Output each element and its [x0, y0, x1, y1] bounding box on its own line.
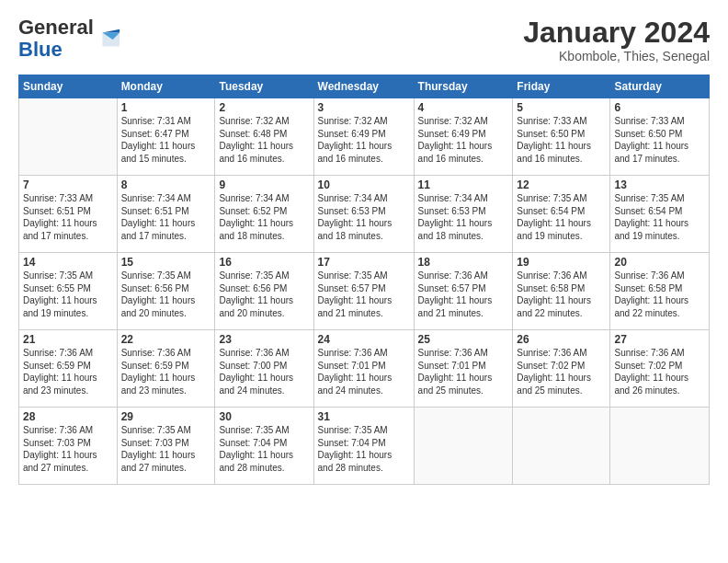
calendar-cell: 23Sunrise: 7:36 AMSunset: 7:00 PMDayligh…	[215, 330, 313, 408]
day-number: 8	[121, 178, 211, 191]
day-number: 25	[418, 333, 509, 346]
day-info: Sunrise: 7:35 AMSunset: 7:03 PMDaylight:…	[121, 424, 211, 474]
calendar-title: January 2024	[523, 17, 710, 49]
header-thursday: Thursday	[414, 75, 513, 98]
day-number: 23	[219, 333, 309, 346]
calendar-cell	[513, 408, 610, 485]
logo: General Blue	[18, 17, 121, 61]
day-number: 14	[23, 256, 113, 269]
calendar-cell: 10Sunrise: 7:34 AMSunset: 6:53 PMDayligh…	[313, 176, 414, 253]
calendar-cell: 12Sunrise: 7:35 AMSunset: 6:54 PMDayligh…	[513, 176, 610, 253]
day-number: 1	[121, 101, 211, 114]
week-row-0: 1Sunrise: 7:31 AMSunset: 6:47 PMDaylight…	[19, 98, 710, 176]
header-tuesday: Tuesday	[215, 75, 313, 98]
calendar-cell: 8Sunrise: 7:34 AMSunset: 6:51 PMDaylight…	[117, 176, 215, 253]
calendar-cell: 30Sunrise: 7:35 AMSunset: 7:04 PMDayligh…	[215, 408, 313, 485]
day-info: Sunrise: 7:32 AMSunset: 6:49 PMDaylight:…	[418, 115, 509, 165]
day-info: Sunrise: 7:36 AMSunset: 6:58 PMDaylight:…	[517, 270, 606, 319]
day-info: Sunrise: 7:35 AMSunset: 6:54 PMDaylight:…	[614, 192, 705, 242]
header-friday: Friday	[513, 75, 610, 98]
day-info: Sunrise: 7:35 AMSunset: 7:04 PMDaylight:…	[318, 424, 410, 474]
day-number: 5	[517, 101, 606, 114]
title-block: January 2024 Kbombole, Thies, Senegal	[523, 17, 710, 63]
day-info: Sunrise: 7:36 AMSunset: 7:02 PMDaylight:…	[614, 347, 705, 396]
day-number: 20	[614, 256, 705, 269]
calendar-cell: 24Sunrise: 7:36 AMSunset: 7:01 PMDayligh…	[313, 330, 414, 408]
day-number: 7	[23, 178, 113, 191]
calendar-cell: 20Sunrise: 7:36 AMSunset: 6:58 PMDayligh…	[610, 253, 710, 330]
calendar-cell: 19Sunrise: 7:36 AMSunset: 6:58 PMDayligh…	[513, 253, 610, 330]
day-number: 24	[318, 333, 410, 346]
calendar-cell: 21Sunrise: 7:36 AMSunset: 6:59 PMDayligh…	[19, 330, 118, 408]
calendar-cell	[414, 408, 513, 485]
day-info: Sunrise: 7:36 AMSunset: 7:02 PMDaylight:…	[517, 347, 606, 396]
calendar-cell: 17Sunrise: 7:35 AMSunset: 6:57 PMDayligh…	[313, 253, 414, 330]
day-info: Sunrise: 7:35 AMSunset: 7:04 PMDaylight:…	[219, 424, 309, 474]
header-monday: Monday	[117, 75, 215, 98]
day-info: Sunrise: 7:35 AMSunset: 6:54 PMDaylight:…	[517, 192, 606, 242]
day-info: Sunrise: 7:35 AMSunset: 6:57 PMDaylight:…	[318, 270, 410, 319]
header-saturday: Saturday	[610, 75, 710, 98]
calendar-cell: 7Sunrise: 7:33 AMSunset: 6:51 PMDaylight…	[19, 176, 118, 253]
day-info: Sunrise: 7:36 AMSunset: 7:01 PMDaylight:…	[418, 347, 509, 396]
week-row-2: 14Sunrise: 7:35 AMSunset: 6:55 PMDayligh…	[19, 253, 710, 330]
calendar-cell: 6Sunrise: 7:33 AMSunset: 6:50 PMDaylight…	[610, 98, 710, 176]
day-info: Sunrise: 7:36 AMSunset: 6:59 PMDaylight:…	[121, 347, 211, 396]
calendar-cell: 13Sunrise: 7:35 AMSunset: 6:54 PMDayligh…	[610, 176, 710, 253]
day-number: 18	[418, 256, 509, 269]
day-info: Sunrise: 7:35 AMSunset: 6:55 PMDaylight:…	[23, 270, 113, 319]
day-info: Sunrise: 7:31 AMSunset: 6:47 PMDaylight:…	[121, 115, 211, 165]
days-header-row: Sunday Monday Tuesday Wednesday Thursday…	[19, 75, 710, 98]
calendar-cell: 18Sunrise: 7:36 AMSunset: 6:57 PMDayligh…	[414, 253, 513, 330]
day-number: 12	[517, 178, 606, 191]
day-info: Sunrise: 7:32 AMSunset: 6:48 PMDaylight:…	[219, 115, 309, 165]
calendar-cell: 14Sunrise: 7:35 AMSunset: 6:55 PMDayligh…	[19, 253, 118, 330]
week-row-4: 28Sunrise: 7:36 AMSunset: 7:03 PMDayligh…	[19, 408, 710, 485]
day-number: 30	[219, 410, 309, 423]
day-info: Sunrise: 7:34 AMSunset: 6:52 PMDaylight:…	[219, 192, 309, 242]
day-info: Sunrise: 7:36 AMSunset: 7:03 PMDaylight:…	[23, 424, 113, 474]
week-row-3: 21Sunrise: 7:36 AMSunset: 6:59 PMDayligh…	[19, 330, 710, 408]
day-info: Sunrise: 7:33 AMSunset: 6:50 PMDaylight:…	[517, 115, 606, 165]
header-wednesday: Wednesday	[313, 75, 414, 98]
day-number: 10	[318, 178, 410, 191]
calendar-cell: 31Sunrise: 7:35 AMSunset: 7:04 PMDayligh…	[313, 408, 414, 485]
calendar-cell	[610, 408, 710, 485]
calendar-cell: 1Sunrise: 7:31 AMSunset: 6:47 PMDaylight…	[117, 98, 215, 176]
logo-blue: Blue	[18, 38, 63, 61]
day-info: Sunrise: 7:34 AMSunset: 6:51 PMDaylight:…	[121, 192, 211, 242]
day-number: 17	[318, 256, 410, 269]
day-number: 19	[517, 256, 606, 269]
day-number: 6	[614, 101, 705, 114]
calendar-cell: 3Sunrise: 7:32 AMSunset: 6:49 PMDaylight…	[313, 98, 414, 176]
day-info: Sunrise: 7:33 AMSunset: 6:51 PMDaylight:…	[23, 192, 113, 242]
calendar-cell: 16Sunrise: 7:35 AMSunset: 6:56 PMDayligh…	[215, 253, 313, 330]
day-number: 13	[614, 178, 705, 191]
day-number: 4	[418, 101, 509, 114]
day-info: Sunrise: 7:35 AMSunset: 6:56 PMDaylight:…	[219, 270, 309, 319]
calendar-cell: 9Sunrise: 7:34 AMSunset: 6:52 PMDaylight…	[215, 176, 313, 253]
calendar-cell: 26Sunrise: 7:36 AMSunset: 7:02 PMDayligh…	[513, 330, 610, 408]
day-info: Sunrise: 7:36 AMSunset: 6:58 PMDaylight:…	[614, 270, 705, 319]
day-number: 21	[23, 333, 113, 346]
day-info: Sunrise: 7:36 AMSunset: 6:57 PMDaylight:…	[418, 270, 509, 319]
day-number: 22	[121, 333, 211, 346]
day-info: Sunrise: 7:33 AMSunset: 6:50 PMDaylight:…	[614, 115, 705, 165]
svg-marker-1	[102, 29, 119, 33]
calendar-cell: 29Sunrise: 7:35 AMSunset: 7:03 PMDayligh…	[117, 408, 215, 485]
calendar-table: Sunday Monday Tuesday Wednesday Thursday…	[18, 75, 710, 485]
logo-icon	[96, 26, 121, 52]
calendar-cell: 2Sunrise: 7:32 AMSunset: 6:48 PMDaylight…	[215, 98, 313, 176]
calendar-cell: 25Sunrise: 7:36 AMSunset: 7:01 PMDayligh…	[414, 330, 513, 408]
day-number: 31	[318, 410, 410, 423]
week-row-1: 7Sunrise: 7:33 AMSunset: 6:51 PMDaylight…	[19, 176, 710, 253]
logo-general: General	[18, 16, 94, 39]
calendar-cell: 4Sunrise: 7:32 AMSunset: 6:49 PMDaylight…	[414, 98, 513, 176]
day-number: 27	[614, 333, 705, 346]
calendar-page: General Blue January 2024 Kbombole, Thie…	[0, 0, 728, 494]
day-number: 28	[23, 410, 113, 423]
day-info: Sunrise: 7:34 AMSunset: 6:53 PMDaylight:…	[318, 192, 410, 242]
day-number: 29	[121, 410, 211, 423]
header-sunday: Sunday	[19, 75, 118, 98]
day-number: 16	[219, 256, 309, 269]
